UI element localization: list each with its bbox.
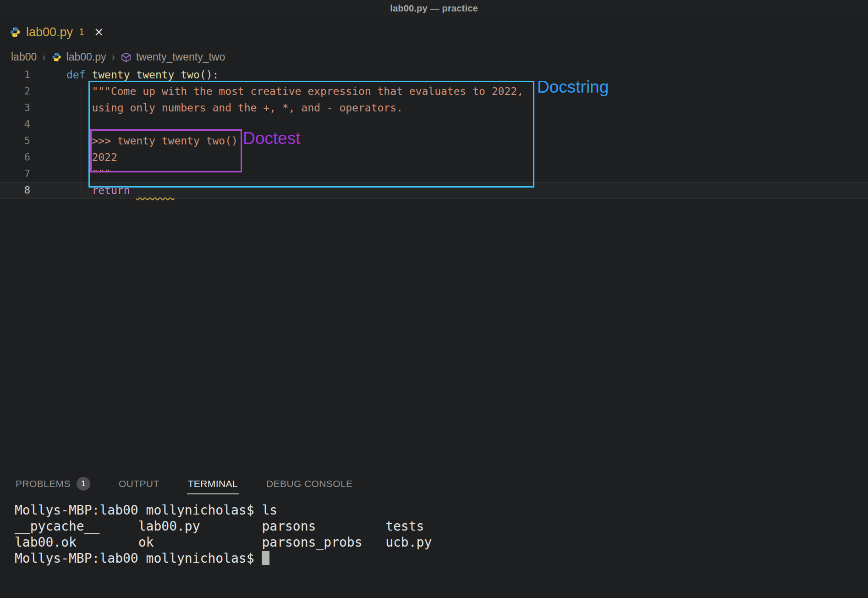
code-token: return [92,184,130,196]
line-number: 5 [0,133,30,149]
code-text: >>> twenty_twenty_two() [30,133,238,149]
tab-problem-count: 1 [79,26,84,38]
tab-label: lab00.py [26,25,73,39]
code-token: """ [66,168,111,180]
symbol-cube-icon [121,52,132,63]
code-line-8[interactable]: 8 return [0,182,868,199]
indent-guide [81,83,81,199]
code-token [66,184,92,196]
code-line-2[interactable]: 2 """Come up with the most creative expr… [0,83,868,100]
code-text: 2022 [30,149,117,166]
breadcrumb-folder[interactable]: lab00 [11,51,37,63]
code-text: using only numbers and the +, *, and - o… [30,100,403,116]
line-number: 6 [0,149,30,166]
code-token: def [66,69,86,81]
code-editor[interactable]: 1def twenty_twenty_two():2 """Come up wi… [0,66,868,469]
panel-tab-problems[interactable]: PROBLEMS1 [15,470,91,496]
terminal-cursor [262,551,269,565]
breadcrumb-file[interactable]: lab00.py [66,51,106,63]
code-line-5[interactable]: 5 >>> twenty_twenty_two() [0,133,868,149]
window-title: lab00.py — practice [390,3,478,14]
code-token: >>> twenty_twenty_two() [66,135,238,147]
terminal[interactable]: Mollys-MBP:lab00 mollynicholas$ ls__pyca… [0,497,868,566]
code-token: twenty_twenty_two [92,69,199,81]
panel-tab-label: OUTPUT [119,478,159,489]
code-token [130,184,136,196]
line-number: 7 [0,166,30,182]
tab-lab00py[interactable]: lab00.py 1 ✕ [0,17,115,48]
terminal-line: lab00.ok ok parsons_probs ucb.py [15,534,868,550]
code-text: """ [30,166,111,182]
python-icon [9,26,21,38]
line-number: 4 [0,116,30,133]
panel-tab-bar: PROBLEMS1OUTPUTTERMINALDEBUG CONSOLE [0,469,868,497]
breadcrumb-separator: › [111,51,116,63]
line-number: 2 [0,83,30,100]
code-line-4[interactable]: 4 [0,116,868,133]
titlebar: lab00.py — practice [0,0,868,17]
bottom-panel: PROBLEMS1OUTPUTTERMINALDEBUG CONSOLE Mol… [0,469,868,598]
tab-close-icon[interactable]: ✕ [94,27,104,38]
breadcrumb-separator: › [41,51,46,63]
line-number: 3 [0,100,30,116]
problems-count-badge: 1 [77,477,90,491]
terminal-line: Mollys-MBP:lab00 mollynicholas$ ls [15,502,868,518]
code-lines: 1def twenty_twenty_two():2 """Come up wi… [0,66,868,199]
code-line-7[interactable]: 7 """ [0,166,868,182]
python-icon [51,52,62,62]
code-token: using only numbers and the +, *, and - o… [66,102,403,114]
panel-tab-terminal[interactable]: TERMINAL [187,471,239,494]
code-text: """Come up with the most creative expres… [30,83,523,100]
code-text: return [30,182,174,199]
panel-tab-output[interactable]: OUTPUT [118,471,160,494]
breadcrumb-symbol[interactable]: twenty_twenty_two [136,51,225,63]
code-text [30,116,66,133]
code-line-1[interactable]: 1def twenty_twenty_two(): [0,66,868,83]
code-token [136,184,174,196]
panel-tab-label: PROBLEMS [16,478,71,489]
code-token [86,69,92,81]
code-token: """Come up with the most creative expres… [66,85,523,97]
terminal-prompt-line: Mollys-MBP:lab00 mollynicholas$ [15,550,868,566]
code-token: (): [200,69,219,81]
vscode-window: lab00.py — practice lab00.py 1 ✕ lab00 › [0,0,868,598]
line-number: 8 [0,182,30,199]
panel-tab-debug-console[interactable]: DEBUG CONSOLE [265,471,353,494]
code-text: def twenty_twenty_two(): [30,66,219,83]
terminal-prompt: Mollys-MBP:lab00 mollynicholas$ [15,551,262,566]
line-number: 1 [0,66,30,83]
panel-tab-label: TERMINAL [188,478,238,489]
tab-bar: lab00.py 1 ✕ [0,17,868,48]
terminal-line: __pycache__ lab00.py parsons tests [15,518,868,534]
panel-tab-label: DEBUG CONSOLE [266,478,352,489]
code-line-3[interactable]: 3 using only numbers and the +, *, and -… [0,100,868,116]
code-token: 2022 [66,151,117,163]
code-line-6[interactable]: 6 2022 [0,149,868,166]
breadcrumb: lab00 › lab00.py › twenty_twenty_two [0,48,868,66]
